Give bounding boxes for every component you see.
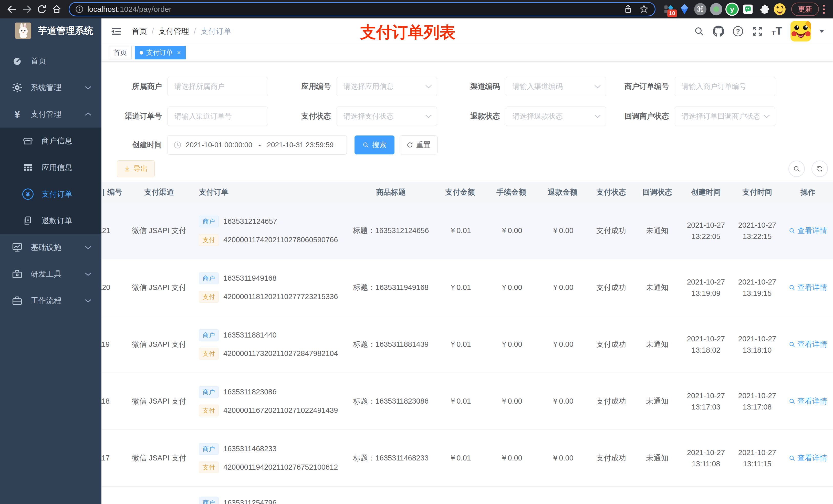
table-header: 编号 支付渠道 支付订单 商品标题 支付金额 手续金额 退款金额 支付状态 回调… <box>101 182 833 202</box>
breadcrumb: 首页 / 支付管理 / 支付订单 <box>132 26 231 37</box>
chevron-down-icon <box>85 85 92 90</box>
reset-button[interactable]: 重置 <box>400 136 437 154</box>
col-actions: 操作 <box>783 182 833 202</box>
app-logo-row[interactable]: 芋道管理系统 <box>0 19 101 43</box>
breadcrumb-pay[interactable]: 支付管理 <box>158 26 189 37</box>
user-avatar[interactable] <box>790 21 811 42</box>
sidebar-item-pay[interactable]: ¥ 支付管理 <box>0 101 101 127</box>
filter-pay-status: 支付状态 <box>272 106 442 126</box>
extension-tabs-icon[interactable]: 10 <box>661 2 676 17</box>
extensions-puzzle-icon[interactable] <box>756 2 771 17</box>
pay-status: 支付成功 <box>588 316 634 373</box>
extension-chat-icon[interactable] <box>740 2 755 17</box>
avatar-caret-icon[interactable] <box>819 30 824 33</box>
sidebar-collapse-icon[interactable] <box>110 25 122 38</box>
pay-tag: 支付 <box>199 234 219 246</box>
channel-order-no: 4200001167202110271022491439 <box>223 406 338 415</box>
back-icon[interactable] <box>5 2 20 17</box>
refund-amount: ￥0.00 <box>537 259 588 316</box>
tag-close-icon[interactable]: × <box>177 49 181 56</box>
col-refund: 退款金额 <box>537 182 588 202</box>
extension-balloon-icon[interactable] <box>677 2 692 17</box>
view-detail-link[interactable]: 查看详情 <box>789 283 827 293</box>
sidebar-item-infrastructure[interactable]: 基础设施 <box>0 234 101 261</box>
pay-amount: ￥0.01 <box>434 259 486 316</box>
header-search-icon[interactable] <box>693 25 705 37</box>
pay-submenu: 商户信息 应用信息 ¥ 支付订单 <box>0 127 101 234</box>
breadcrumb-home[interactable]: 首页 <box>132 26 147 37</box>
breadcrumb-current: 支付订单 <box>200 26 231 37</box>
chevron-down-icon <box>594 85 601 89</box>
browser-menu-icon[interactable] <box>823 5 825 14</box>
sidebar-item-home[interactable]: 首页 <box>0 48 101 74</box>
export-button[interactable]: 导出 <box>117 160 155 177</box>
font-size-icon[interactable]: TT <box>771 25 783 37</box>
refresh-button[interactable] <box>811 161 828 177</box>
refund-amount: ￥0.00 <box>537 373 588 430</box>
actions-cell: 查看详情 <box>783 373 833 430</box>
view-detail-link[interactable]: 查看详情 <box>789 225 827 236</box>
sidebar-item-merchant-info[interactable]: 商户信息 <box>0 127 101 154</box>
view-detail-link[interactable]: 查看详情 <box>789 339 827 350</box>
sidebar-item-workflow[interactable]: 工作流程 <box>0 287 101 314</box>
url-bar[interactable]: localhost:1024/pay/order <box>69 2 656 16</box>
filter-channel-code: 渠道编码 <box>442 77 611 96</box>
col-pay-order: 支付订单 <box>189 182 347 202</box>
order-id: 119 <box>101 316 129 373</box>
actions-cell: 查看详情 <box>783 316 833 373</box>
search-button[interactable]: 搜索 <box>355 136 395 154</box>
filter-notify-status: 回调商户状态 <box>611 106 780 126</box>
sidebar-item-dev-tools[interactable]: 研发工具 <box>0 261 101 287</box>
yen-circle-icon: ¥ <box>22 188 34 200</box>
extension-record-icon[interactable] <box>709 2 723 17</box>
pay-status: 支付成功 <box>588 259 634 316</box>
col-fee: 手续金额 <box>486 182 537 202</box>
browser-update-button[interactable]: 更新 <box>791 3 819 16</box>
merchant-order-no-input[interactable] <box>675 77 775 96</box>
sidebar-item-system[interactable]: 系统管理 <box>0 74 101 101</box>
merchant-select[interactable] <box>168 77 268 96</box>
fullscreen-icon[interactable] <box>752 25 763 37</box>
notify-status-select[interactable] <box>675 106 775 126</box>
sidebar-item-app-info[interactable]: 应用信息 <box>0 154 101 181</box>
browser-chrome: localhost:1024/pay/order 10 ⌘ y <box>0 0 833 19</box>
refund-amount: ￥0.00 <box>537 316 588 373</box>
merchant-tag: 商户 <box>199 216 219 227</box>
create-time-range-picker[interactable]: 2021-10-01 00:00:00 - 2021-10-31 23:59:5… <box>168 135 347 155</box>
extension-command-icon[interactable]: ⌘ <box>693 2 708 17</box>
clock-icon <box>173 141 182 149</box>
view-detail-link[interactable]: 查看详情 <box>789 396 827 406</box>
pay-order-cell: 商户1635311254796 <box>189 486 347 504</box>
refund-status-select[interactable] <box>506 106 606 126</box>
pay-channel: 微信 JSAPI 支付 <box>129 202 189 259</box>
view-detail-link[interactable]: 查看详情 <box>789 453 827 463</box>
product-title: 标题：1635311468233 <box>347 430 434 486</box>
notify-status: 未通知 <box>634 202 680 259</box>
pay-time: 2021-10-2713:19:15 <box>732 259 783 316</box>
home-icon[interactable] <box>49 2 64 17</box>
forward-icon[interactable] <box>20 2 34 17</box>
pay-time: 2021-10-2713:17:08 <box>732 373 783 430</box>
sidebar-item-pay-order[interactable]: ¥ 支付订单 <box>0 181 101 208</box>
tag-home[interactable]: 首页 <box>109 46 132 59</box>
help-icon[interactable]: ? <box>732 25 744 37</box>
tag-pay-order[interactable]: 支付订单 × <box>135 46 186 59</box>
toggle-search-button[interactable] <box>788 161 805 177</box>
share-icon[interactable] <box>623 4 633 14</box>
profile-emoji-avatar[interactable] <box>772 2 787 17</box>
sidebar-item-refund-order[interactable]: 退款订单 <box>0 208 101 234</box>
channel-code-select[interactable] <box>506 77 606 96</box>
pay-status-select[interactable] <box>337 106 437 126</box>
pay-amount: ￥0.01 <box>434 373 486 430</box>
app-select[interactable] <box>337 77 437 96</box>
extension-yudao-icon[interactable]: y <box>724 2 739 17</box>
col-create-time: 创建时间 <box>680 182 732 202</box>
channel-order-no-input[interactable] <box>168 106 268 126</box>
document-copy-icon <box>22 215 34 226</box>
reload-icon[interactable] <box>34 2 49 17</box>
filter-app-id: 应用编号 <box>272 77 442 96</box>
site-info-icon[interactable] <box>75 5 84 14</box>
github-icon[interactable] <box>713 25 724 37</box>
bookmark-star-icon[interactable] <box>639 4 649 14</box>
channel-order-no: 4200001181202110277723215336 <box>223 292 338 301</box>
